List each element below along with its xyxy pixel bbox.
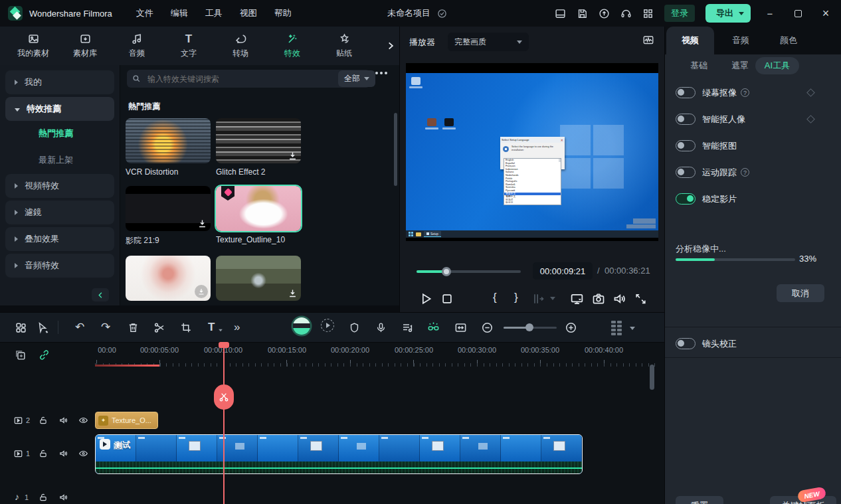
- layout-icon[interactable]: [555, 8, 566, 19]
- tab-text[interactable]: T 文字: [173, 33, 205, 59]
- reset-button[interactable]: 重置: [676, 496, 723, 504]
- timeline-scrollbar[interactable]: [650, 365, 654, 390]
- second-display-button[interactable]: [570, 292, 584, 306]
- sidebar-group-recommended[interactable]: 特效推薦: [5, 97, 114, 121]
- sidebar-item-newest[interactable]: 最新上架: [39, 154, 73, 166]
- sidebar-group-filters[interactable]: 濾鏡: [5, 201, 114, 224]
- support-headset-icon[interactable]: [620, 8, 632, 19]
- effects-search[interactable]: 全部: [127, 70, 370, 88]
- crop-icon[interactable]: [180, 321, 192, 334]
- maximize-button[interactable]: [789, 8, 806, 19]
- ai-copilot-button[interactable]: [293, 317, 310, 335]
- sidebar-group-overlays[interactable]: 叠加效果: [5, 227, 114, 251]
- minimize-button[interactable]: −: [761, 8, 779, 19]
- seek-handle[interactable]: [442, 267, 451, 276]
- subtab-mask[interactable]: 遮罩: [731, 60, 749, 72]
- save-icon[interactable]: [577, 8, 588, 19]
- tab-audio[interactable]: 音频: [121, 33, 153, 59]
- nav-expand-chevron-icon[interactable]: [386, 41, 395, 50]
- tab-color[interactable]: 颜色: [765, 27, 812, 54]
- marker-shield-icon[interactable]: [349, 321, 360, 334]
- trim-dropdown-icon[interactable]: [550, 297, 555, 300]
- help-icon[interactable]: ?: [741, 168, 749, 177]
- tab-stock-media[interactable]: 素材库: [69, 33, 101, 59]
- play-button[interactable]: [419, 292, 432, 306]
- tab-my-media[interactable]: 我的素材: [17, 33, 49, 59]
- effect-item-vineyard[interactable]: [216, 256, 301, 301]
- audio-mixer-icon[interactable]: [401, 321, 413, 334]
- timeline-ruler[interactable]: 00:00 00:00:05:00 00:00:10:00 00:00:15:0…: [95, 343, 661, 367]
- effect-item-cinema-21-9[interactable]: 影院 21:9: [126, 186, 211, 246]
- fit-timeline-icon[interactable]: [454, 321, 467, 334]
- text-dropdown-icon[interactable]: [219, 329, 223, 332]
- sidebar-group-mine[interactable]: 我的: [5, 70, 114, 94]
- stabilization-toggle[interactable]: [676, 193, 696, 205]
- apps-grid-icon[interactable]: [642, 8, 654, 19]
- volume-button[interactable]: [612, 292, 626, 306]
- export-button[interactable]: 导出: [705, 4, 751, 23]
- menu-tools[interactable]: 工具: [205, 7, 223, 19]
- seek-bar[interactable]: [417, 270, 521, 273]
- quality-dropdown[interactable]: 完整画质: [448, 33, 529, 51]
- tab-audio-props[interactable]: 音频: [717, 27, 765, 54]
- zoom-handle[interactable]: [525, 323, 533, 331]
- timeline-zoom-slider[interactable]: [504, 327, 557, 329]
- cloud-upload-icon[interactable]: [599, 8, 610, 19]
- close-button[interactable]: ×: [817, 7, 834, 21]
- auto-ripple-link-icon[interactable]: [39, 349, 50, 361]
- login-button[interactable]: 登录: [664, 5, 695, 22]
- tab-stickers[interactable]: 贴纸: [328, 33, 360, 59]
- more-options-icon[interactable]: [375, 72, 387, 74]
- effect-item-glitch-2[interactable]: Glitch Effect 2: [216, 118, 301, 177]
- export-dropdown-icon[interactable]: [739, 12, 744, 15]
- mute-track-icon[interactable]: [58, 449, 68, 458]
- redo-button[interactable]: ↷: [101, 321, 110, 333]
- effect-item-vcr-distortion[interactable]: VCR Distortion: [126, 118, 211, 177]
- filter-dropdown[interactable]: 全部: [338, 70, 375, 87]
- sidebar-item-hot[interactable]: 熱門推薦: [39, 127, 73, 139]
- select-cursor-icon[interactable]: [37, 321, 48, 334]
- subtab-basic[interactable]: 基础: [690, 60, 707, 72]
- more-tools-button[interactable]: »: [234, 321, 240, 333]
- effects-scrollbar[interactable]: [394, 113, 397, 186]
- zoom-out-button[interactable]: [481, 321, 494, 334]
- clip-texture-outline[interactable]: ✦ Texture_O...: [95, 412, 158, 429]
- tab-transitions[interactable]: 转场: [225, 33, 256, 59]
- stop-button[interactable]: [440, 292, 454, 306]
- trim-tool-button[interactable]: [531, 292, 545, 306]
- mark-out-button[interactable]: }: [514, 291, 518, 304]
- scene-detection-icon[interactable]: [426, 321, 440, 334]
- sidebar-collapse-button[interactable]: [92, 288, 109, 301]
- effect-item-texture-outline-10[interactable]: Texture_Outline_10: [216, 186, 301, 244]
- tab-video[interactable]: 视频: [666, 27, 714, 54]
- playhead-scissors-button[interactable]: [214, 384, 234, 410]
- hide-track-icon[interactable]: [78, 416, 88, 425]
- sidebar-group-video-fx[interactable]: 視頻特效: [5, 174, 114, 198]
- media-blocks-icon[interactable]: [15, 321, 27, 334]
- delete-icon[interactable]: [128, 321, 139, 334]
- cancel-button[interactable]: 取消: [777, 284, 824, 302]
- tab-effects[interactable]: 特效: [276, 33, 308, 59]
- menu-edit[interactable]: 编辑: [171, 7, 188, 19]
- mute-track-icon[interactable]: [58, 416, 68, 425]
- undo-button[interactable]: ↶: [75, 321, 84, 333]
- help-icon[interactable]: ?: [741, 88, 749, 97]
- scopes-icon[interactable]: [642, 35, 655, 46]
- search-input[interactable]: [146, 74, 365, 84]
- snapshot-camera-button[interactable]: [592, 292, 605, 306]
- lock-track-icon[interactable]: [39, 493, 48, 502]
- fullscreen-button[interactable]: [634, 292, 647, 306]
- mute-track-icon[interactable]: [58, 493, 68, 502]
- text-tool-button[interactable]: T: [208, 321, 215, 333]
- render-preview-button[interactable]: [321, 319, 334, 332]
- lens-correction-toggle[interactable]: [676, 338, 696, 349]
- track-manager-dropdown-icon[interactable]: [630, 327, 635, 330]
- hide-track-icon[interactable]: [78, 449, 88, 458]
- playhead-handle[interactable]: [219, 342, 229, 348]
- video-viewport[interactable]: Select Setup Language ✕ Select the langu…: [406, 63, 658, 241]
- mark-in-button[interactable]: {: [493, 291, 497, 304]
- zoom-in-button[interactable]: [565, 321, 577, 334]
- add-to-timeline-icon[interactable]: [15, 349, 26, 361]
- portrait-cutout-toggle[interactable]: [676, 114, 696, 125]
- sidebar-group-audio-fx[interactable]: 音頻特效: [5, 254, 114, 278]
